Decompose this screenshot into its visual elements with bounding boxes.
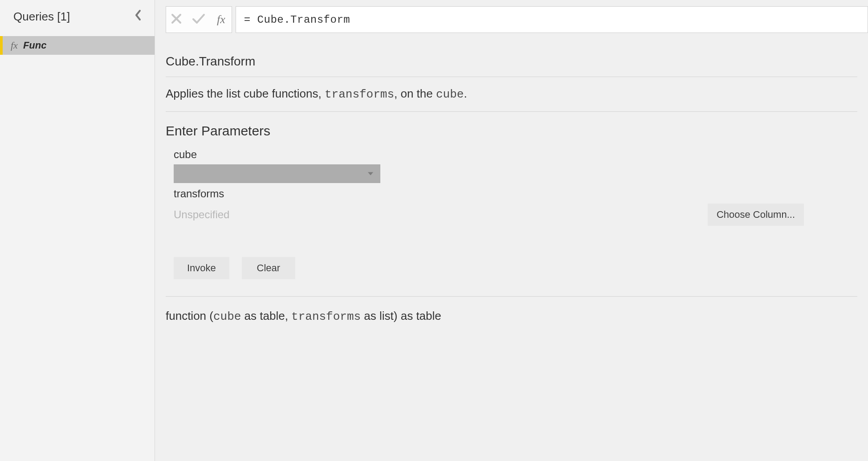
function-icon: fx bbox=[11, 40, 18, 51]
param-cube: cube bbox=[174, 148, 857, 183]
desc-text-post: . bbox=[464, 87, 467, 100]
cancel-icon[interactable] bbox=[171, 13, 182, 27]
param-transforms-row: Unspecified Choose Column... bbox=[174, 204, 857, 226]
sig-p2: transforms bbox=[291, 310, 361, 323]
sidebar-title: Queries [1] bbox=[13, 10, 70, 24]
desc-param-cube: cube bbox=[436, 88, 464, 101]
chevron-left-icon bbox=[134, 9, 142, 21]
param-cube-label: cube bbox=[174, 148, 857, 161]
sidebar-header: Queries [1] bbox=[0, 0, 155, 36]
confirm-icon[interactable] bbox=[192, 13, 205, 27]
function-signature: function (cube as table, transforms as l… bbox=[166, 297, 857, 323]
function-name: Cube.Transform bbox=[166, 54, 857, 69]
param-transforms-label: transforms bbox=[174, 188, 857, 200]
choose-column-button[interactable]: Choose Column... bbox=[708, 204, 804, 226]
sig-p1: cube bbox=[213, 310, 241, 323]
sig-t1: as table, bbox=[241, 309, 291, 322]
formula-controls: fx bbox=[166, 6, 232, 33]
sig-pre: function ( bbox=[166, 309, 213, 322]
parameters-title: Enter Parameters bbox=[166, 123, 857, 139]
query-name: Func bbox=[23, 40, 47, 51]
formula-bar: fx = Cube.Transform bbox=[155, 6, 868, 33]
sig-t2: as list) as table bbox=[361, 309, 441, 322]
function-description: Applies the list cube functions, transfo… bbox=[166, 85, 857, 103]
queries-sidebar: Queries [1] fx Func bbox=[0, 0, 155, 461]
desc-text-mid: , on the bbox=[394, 87, 436, 100]
formula-input[interactable]: = Cube.Transform bbox=[236, 6, 868, 33]
collapse-sidebar-button[interactable] bbox=[131, 7, 145, 26]
function-description-section: Applies the list cube functions, transfo… bbox=[166, 77, 857, 112]
param-transforms-value: Unspecified bbox=[174, 208, 229, 221]
action-buttons: Invoke Clear bbox=[174, 257, 857, 279]
main-panel: fx = Cube.Transform Cube.Transform Appli… bbox=[155, 0, 868, 461]
fx-icon[interactable]: fx bbox=[215, 13, 227, 26]
desc-param-transforms: transforms bbox=[325, 88, 394, 101]
param-transforms: transforms Unspecified Choose Column... bbox=[174, 188, 857, 226]
param-cube-dropdown[interactable] bbox=[174, 164, 380, 183]
invoke-button[interactable]: Invoke bbox=[174, 257, 229, 279]
desc-text-pre: Applies the list cube functions, bbox=[166, 87, 325, 100]
query-item-func[interactable]: fx Func bbox=[0, 36, 155, 55]
clear-button[interactable]: Clear bbox=[242, 257, 295, 279]
parameters-section: Enter Parameters cube transforms Unspeci… bbox=[166, 112, 857, 297]
function-name-section: Cube.Transform bbox=[166, 46, 857, 77]
content-area: Cube.Transform Applies the list cube fun… bbox=[155, 33, 868, 323]
